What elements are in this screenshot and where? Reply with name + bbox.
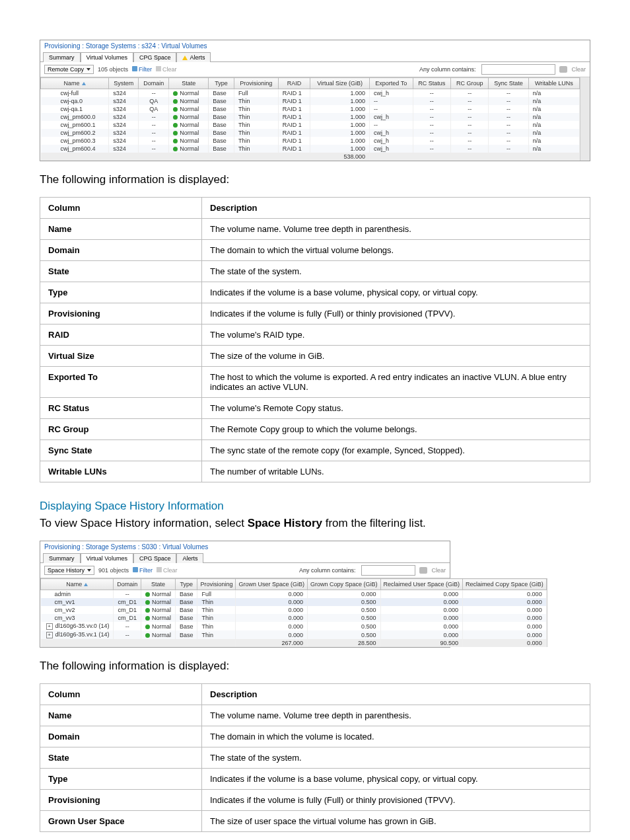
sort-asc-icon bbox=[82, 82, 86, 85]
breadcrumb-1: Provisioning : Storage Systems : s324 : … bbox=[40, 40, 590, 52]
col-system[interactable]: System bbox=[109, 78, 139, 89]
col-rus[interactable]: Reclaimed User Space (GiB) bbox=[380, 579, 463, 590]
col-state-2[interactable]: State bbox=[141, 579, 175, 590]
desc-row: StateThe state of the system. bbox=[40, 747, 590, 769]
clear-button[interactable]: Clear bbox=[571, 66, 586, 73]
tab-summary-2[interactable]: Summary bbox=[43, 553, 81, 563]
desc-row: ProvisioningIndicates if the volume is f… bbox=[40, 303, 590, 325]
filter-icon bbox=[133, 567, 138, 572]
tab-virtual-volumes[interactable]: Virtual Volumes bbox=[81, 52, 133, 62]
desc2-head-column: Column bbox=[40, 684, 202, 705]
col-provisioning-2[interactable]: Provisioning bbox=[197, 579, 236, 590]
tab-summary[interactable]: Summary bbox=[43, 52, 81, 62]
screenshot-space-history: Provisioning : Storage Systems : S030 : … bbox=[40, 541, 450, 648]
col-domain[interactable]: Domain bbox=[139, 78, 169, 89]
toolbar-2: Space History 901 objects Filter Clear A… bbox=[40, 562, 450, 578]
desc-row: ProvisioningIndicates if the volume is f… bbox=[40, 790, 590, 811]
col-gus[interactable]: Grown User Space (GiB) bbox=[236, 579, 308, 590]
col-gcs[interactable]: Grown Copy Space (GiB) bbox=[308, 579, 381, 590]
chevron-down-icon bbox=[87, 569, 91, 572]
sort-asc-icon bbox=[84, 583, 88, 586]
intro-text-3: The following information is displayed: bbox=[40, 660, 590, 673]
table-row[interactable]: cm_vv3cm_D1NormalBaseThin0.0000.5000.000… bbox=[41, 614, 547, 622]
desc-row: RC GroupThe Remote Copy group to which t… bbox=[40, 419, 590, 440]
search-input-2[interactable] bbox=[361, 565, 415, 576]
desc-row: DomainThe domain to which the virtual vo… bbox=[40, 240, 590, 261]
table-row[interactable]: cwj_pm600.4s324--NormalBaseThinRAID 11.0… bbox=[41, 145, 580, 153]
tabs-1: Summary Virtual Volumes CPG Space Alerts bbox=[40, 52, 590, 61]
column-description-table-2: Column Description NameThe volume name. … bbox=[40, 683, 590, 832]
table-row[interactable]: cwj-qa.0s324QANormalBaseThinRAID 11.000-… bbox=[41, 97, 580, 105]
clear-icon bbox=[157, 567, 162, 572]
filter-icon bbox=[132, 66, 137, 71]
desc2-head-description: Description bbox=[202, 684, 590, 705]
col-state[interactable]: State bbox=[169, 78, 209, 89]
col-raid[interactable]: RAID bbox=[278, 78, 310, 89]
intro-text-2: To view Space History information, selec… bbox=[40, 517, 590, 530]
col-rcs[interactable]: Reclaimed Copy Space (GiB) bbox=[463, 579, 547, 590]
col-sync-state[interactable]: Sync State bbox=[489, 78, 529, 89]
clear-filter-button[interactable]: Clear bbox=[156, 66, 177, 73]
desc-row: TypeIndicates if the volume is a base vo… bbox=[40, 769, 590, 790]
scrollbar-2[interactable] bbox=[547, 578, 547, 647]
col-virtual-size[interactable]: Virtual Size (GiB) bbox=[310, 78, 370, 89]
col-type-2[interactable]: Type bbox=[175, 579, 197, 590]
clear-button-2[interactable]: Clear bbox=[431, 567, 446, 574]
grid-space-history: Name Domain State Type Provisioning Grow… bbox=[40, 578, 547, 647]
scrollbar[interactable] bbox=[580, 77, 590, 161]
tab-alerts[interactable]: Alerts bbox=[176, 52, 211, 62]
clear-icon bbox=[156, 66, 161, 71]
any-column-label: Any column contains: bbox=[419, 66, 478, 73]
tabs-2: Summary Virtual Volumes CPG Space Alerts bbox=[40, 553, 450, 562]
any-column-label-2: Any column contains: bbox=[299, 567, 358, 574]
col-writable-luns[interactable]: Writable LUNs bbox=[528, 78, 579, 89]
table-row[interactable]: admin--NormalBaseFull0.0000.0000.0000.00… bbox=[41, 590, 547, 599]
desc-row: Virtual SizeThe size of the volume in Gi… bbox=[40, 346, 590, 367]
alert-icon bbox=[182, 56, 188, 60]
table-row[interactable]: +dl160g6-35.vv.1 (14)--NormalBaseThin0.0… bbox=[41, 630, 547, 639]
table-row[interactable]: cwj_pm600.3s324--NormalBaseThinRAID 11.0… bbox=[41, 137, 580, 145]
view-selector-2[interactable]: Space History bbox=[44, 566, 94, 575]
table-row[interactable]: cm_vv1cm_D1NormalBaseThin0.0000.5000.000… bbox=[41, 598, 547, 606]
section-heading: Displaying Space History Information bbox=[40, 500, 590, 513]
col-name-2[interactable]: Name bbox=[41, 579, 114, 590]
table-row[interactable]: cm_vv2cm_D1NormalBaseThin0.0000.5000.000… bbox=[41, 606, 547, 614]
filter-button-2[interactable]: Filter bbox=[133, 567, 153, 574]
toolbar-1: Remote Copy 105 objects Filter Clear Any… bbox=[40, 61, 590, 77]
intro-text-1: The following information is displayed: bbox=[40, 173, 590, 186]
printer-icon-2[interactable] bbox=[419, 567, 427, 574]
view-selector[interactable]: Remote Copy bbox=[44, 65, 94, 74]
object-count: 105 objects bbox=[98, 66, 128, 73]
tab-alerts-2[interactable]: Alerts bbox=[176, 553, 203, 563]
desc-row: Grown User SpaceThe size of user space t… bbox=[40, 811, 590, 832]
clear-filter-button-2[interactable]: Clear bbox=[157, 567, 178, 574]
desc-row: TypeIndicates if the volume is a base vo… bbox=[40, 282, 590, 303]
desc-row: DomainThe domain in which the volume is … bbox=[40, 726, 590, 747]
printer-icon[interactable] bbox=[559, 66, 567, 73]
tab-virtual-volumes-2[interactable]: Virtual Volumes bbox=[81, 553, 133, 563]
table-row[interactable]: +dl160g6-35.vv.0 (14)--NormalBaseThin0.0… bbox=[41, 622, 547, 630]
table-row[interactable]: cwj_pm600.2s324--NormalBaseThinRAID 11.0… bbox=[41, 129, 580, 137]
table-row[interactable]: cwj_pm600.1s324--NormalBaseThinRAID 11.0… bbox=[41, 121, 580, 129]
table-row[interactable]: cwj_pm600.0s324--NormalBaseThinRAID 11.0… bbox=[41, 113, 580, 121]
col-rc-group[interactable]: RC Group bbox=[451, 78, 489, 89]
search-input[interactable] bbox=[481, 64, 555, 75]
chevron-down-icon bbox=[87, 68, 90, 71]
col-type[interactable]: Type bbox=[209, 78, 234, 89]
tab-cpg-space[interactable]: CPG Space bbox=[133, 52, 177, 62]
col-provisioning[interactable]: Provisioning bbox=[234, 78, 278, 89]
column-description-table-1: Column Description NameThe volume name. … bbox=[40, 197, 590, 482]
desc-row: StateThe state of the system. bbox=[40, 261, 590, 282]
col-rc-status[interactable]: RC Status bbox=[413, 78, 451, 89]
desc-row: NameThe volume name. Volume tree depth i… bbox=[40, 219, 590, 240]
filter-button[interactable]: Filter bbox=[132, 66, 152, 73]
col-exported-to[interactable]: Exported To bbox=[369, 78, 413, 89]
table-row[interactable]: cwj-qa.1s324QANormalBaseThinRAID 11.000-… bbox=[41, 105, 580, 113]
object-count-2: 901 objects bbox=[98, 567, 129, 574]
table-row[interactable]: cwj-fulls324--NormalBaseFullRAID 11.000c… bbox=[41, 89, 580, 98]
col-name[interactable]: Name bbox=[41, 78, 109, 89]
desc-head-description: Description bbox=[202, 198, 590, 219]
desc-row: NameThe volume name. Volume tree depth i… bbox=[40, 705, 590, 726]
col-domain-2[interactable]: Domain bbox=[114, 579, 141, 590]
tab-cpg-space-2[interactable]: CPG Space bbox=[133, 553, 177, 563]
